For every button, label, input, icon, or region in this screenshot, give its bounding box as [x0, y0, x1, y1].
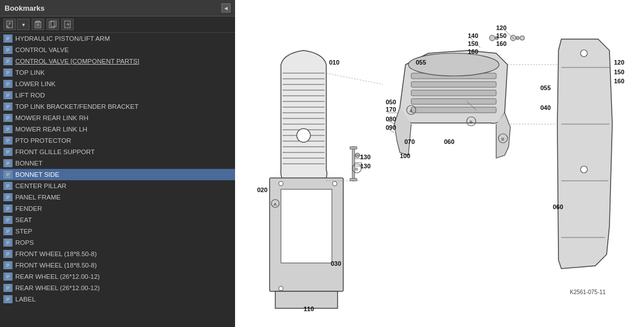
bookmark-item-24[interactable]: LABEL [0, 294, 235, 305]
svg-text:✎: ✎ [6, 25, 10, 28]
bookmark-item-22[interactable]: REAR WHEEL (26*12.00-12) [0, 271, 235, 282]
part-060-right-label: 060 [553, 203, 563, 210]
bookmark-item-19[interactable]: ROPS [0, 237, 235, 248]
bookmark-icon-1 [3, 35, 12, 43]
bookmark-item-11[interactable]: FRONT GLILLE SUPPORT [0, 146, 235, 158]
part-150-left-label: 150 [468, 40, 478, 47]
bookmark-icon-7 [3, 103, 12, 111]
bookmark-item-16[interactable]: FENDER [0, 203, 235, 214]
bookmark-item-2[interactable]: CONTROL VALVE [0, 44, 235, 56]
bookmark-icon-3 [3, 57, 12, 65]
svg-point-150 [520, 36, 524, 40]
bookmark-text-16: FENDER [15, 205, 42, 212]
trash-icon [35, 20, 41, 28]
bookmark-item-3[interactable]: CONTROL VALVE [COMPONENT PARTS] [0, 56, 235, 67]
svg-text:B: B [470, 120, 472, 125]
bookmark-text-18: STEP [15, 228, 32, 235]
bookmark-text-22: REAR WHEEL (26*12.00-12) [15, 273, 100, 280]
bookmark-item-17[interactable]: SEAT [0, 214, 235, 226]
bookmark-item-18[interactable]: STEP [0, 226, 235, 237]
bookmarks-title: Bookmarks [5, 4, 45, 12]
bookmark-item-21[interactable]: FRONT WHEEL (18*8.50-8) [0, 260, 235, 271]
dropdown-button[interactable]: ▾ [17, 19, 29, 30]
export-icon [63, 20, 71, 28]
bookmark-item-5[interactable]: LOWER LINK [0, 78, 235, 90]
svg-point-149 [516, 36, 519, 40]
bookmark-item-23[interactable]: REAR WHEEL (26*12.00-12) [0, 282, 235, 294]
part-010-label: 010 [329, 59, 339, 66]
svg-rect-10 [36, 21, 40, 22]
svg-text:A: A [274, 202, 277, 207]
svg-point-133 [279, 181, 283, 186]
bookmark-item-13[interactable]: BONNET SIDE [0, 169, 235, 180]
bookmark-text-9: MOWER REAR LINK LH [15, 126, 87, 133]
part-130-right-label: 130 [360, 163, 370, 169]
bookmark-icon-17 [3, 216, 12, 224]
bookmark-item-10[interactable]: PTO PROTECTOR [0, 135, 235, 146]
bookmark-item-4[interactable]: TOP LINK [0, 67, 235, 78]
part-055-right-label: 055 [540, 84, 551, 91]
bookmark-icon-21 [3, 261, 12, 269]
part-130-left-label: 130 [360, 154, 370, 160]
bookmark-text-13: BONNET SIDE [15, 171, 59, 178]
collapse-button[interactable]: ◄ [221, 3, 231, 12]
bookmark-text-24: LABEL [15, 296, 36, 303]
part-030-label: 030 [331, 260, 341, 267]
bookmark-item-1[interactable]: HYDRAULIC PISTON/LIFT ARM [0, 33, 235, 44]
export-button[interactable] [61, 19, 74, 30]
bookmark-item-6[interactable]: LIFT ROD [0, 90, 235, 101]
bookmark-item-9[interactable]: MOWER REAR LINK LH [0, 124, 235, 135]
part-120-right-label: 120 [614, 59, 624, 66]
bookmark-icon-19 [3, 239, 12, 247]
bookmark-text-17: SEAT [15, 216, 32, 223]
bookmark-item-8[interactable]: MOWER REAR LINK RH [0, 112, 235, 124]
bookmark-item-7[interactable]: TOP LINK BRACKET/FENDER BRACKET [0, 101, 235, 112]
new-bookmark-button[interactable]: ✎ [3, 19, 16, 30]
parts-diagram: 010 020 030 110 [247, 11, 632, 317]
bookmark-icon-8 [3, 114, 12, 122]
bookmark-icon-20 [3, 250, 12, 258]
part-020-label: 020 [257, 186, 267, 193]
bookmark-text-5: LOWER LINK [15, 80, 56, 87]
bookmark-text-12: BONNET [15, 160, 42, 167]
part-055-label: 055 [416, 59, 426, 66]
page-view-button[interactable] [46, 19, 59, 30]
bookmark-text-14: CENTER PILLAR [15, 182, 66, 189]
bookmark-icon-13 [3, 171, 12, 179]
bookmark-item-14[interactable]: CENTER PILLAR [0, 180, 235, 192]
bookmark-icon-18 [3, 227, 12, 235]
bookmark-icon-24 [3, 295, 12, 303]
svg-point-161 [581, 50, 587, 57]
bookmark-text-15: PANEL FRAME [15, 194, 61, 201]
bookmark-item-15[interactable]: PANEL FRAME [0, 192, 235, 203]
bookmark-icon-9 [3, 125, 12, 133]
diagram-panel: 010 020 030 110 [235, 0, 644, 327]
part-070-label: 070 [404, 138, 415, 145]
bookmark-icon-2 [3, 46, 12, 54]
diagram-container: 010 020 030 110 [235, 0, 644, 327]
part-140-left-label: 140 [468, 32, 478, 39]
bookmark-text-3: CONTROL VALVE [COMPONENT PARTS] [15, 58, 139, 65]
svg-rect-131 [281, 189, 332, 263]
bookmark-icon-15 [3, 193, 12, 201]
part-050-label: 050 [386, 99, 396, 105]
bookmarks-toolbar: ✎ ▾ [0, 16, 235, 33]
svg-text:A: A [410, 108, 413, 113]
bookmark-icon-22 [3, 273, 12, 281]
bookmark-item-12[interactable]: BONNET [0, 158, 235, 169]
bookmark-text-7: TOP LINK BRACKET/FENDER BRACKET [15, 103, 138, 110]
delete-button[interactable] [32, 19, 44, 30]
svg-point-134 [332, 181, 337, 186]
bookmark-icon-11 [3, 148, 12, 156]
part-080-label: 080 [386, 116, 396, 122]
part-110-label: 110 [304, 305, 314, 312]
part-100-label: 100 [400, 152, 410, 159]
new-icon: ✎ [6, 20, 14, 28]
svg-rect-168 [350, 179, 357, 181]
bookmark-icon-5 [3, 80, 12, 88]
bookmark-item-20[interactable]: FRONT WHEEL (18*8.50-8) [0, 248, 235, 260]
svg-point-151 [489, 35, 495, 41]
bookmark-icon-10 [3, 137, 12, 145]
svg-rect-139 [411, 82, 496, 87]
new-bookmark-group: ✎ ▾ [3, 19, 29, 30]
